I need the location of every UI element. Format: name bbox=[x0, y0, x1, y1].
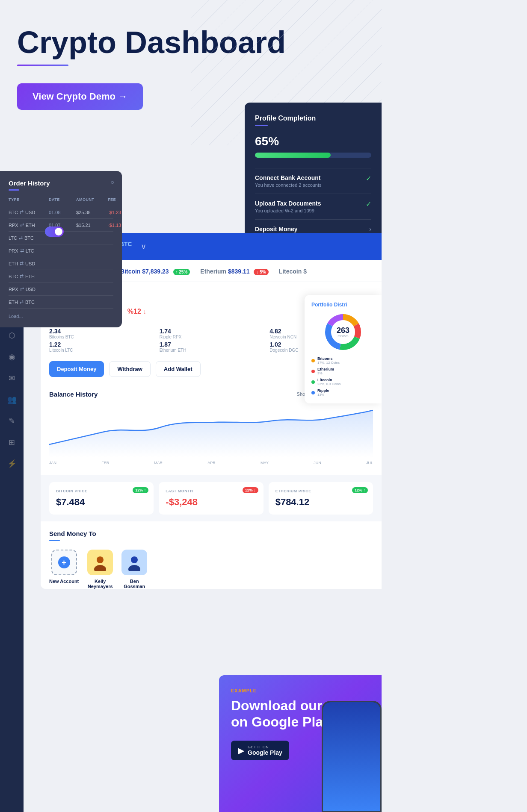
holding-eth: 1.87 Etherium ETH bbox=[160, 341, 263, 353]
profile-item-tax-title: Upload Tax Documents bbox=[255, 200, 321, 207]
order-fee-2: -$1.13 bbox=[108, 223, 131, 228]
legend-etherium: Etherium 3% bbox=[311, 367, 375, 375]
lastmonth-value: -$3,248 bbox=[166, 497, 256, 508]
donut-label: COINS bbox=[337, 334, 349, 338]
pair-prx-ltc: PRX ⇄ LTC bbox=[9, 248, 47, 253]
bitcoin-legend-label: Bitcoins bbox=[317, 356, 340, 361]
load-more[interactable]: Load... bbox=[9, 314, 113, 319]
pair-rpx-usd: RPX ⇄ USD bbox=[9, 286, 47, 292]
order-fee: -$1.23 bbox=[108, 210, 131, 215]
get-it-on-label: GET IT ON bbox=[248, 745, 282, 749]
svg-point-1 bbox=[94, 565, 106, 571]
donut-center: 263 COINS bbox=[337, 327, 349, 338]
col-type: TYPE bbox=[9, 197, 47, 202]
bitcoin-dot bbox=[311, 359, 315, 362]
portfolio-toggle[interactable] bbox=[45, 227, 64, 237]
check-icon-2: ✓ bbox=[366, 200, 371, 208]
chart-labels: JAN FEB MAR APR MAY JUN JUL bbox=[49, 461, 373, 465]
profile-item-tax-sub: You uploaded W-2 and 1099 bbox=[255, 208, 321, 213]
table-row: BTC ⇄ USD 01.08 $25.38 -$1.23 bbox=[9, 206, 113, 219]
toggle-switch-container[interactable] bbox=[45, 227, 64, 237]
portfolio-distribution-card: Portfolio Distri 263 COINS Bitcoins bbox=[305, 295, 382, 403]
sidebar-icon-edit[interactable]: ✎ bbox=[9, 416, 15, 426]
bitcoin-price-badge: 12% ↑ bbox=[133, 487, 148, 493]
holding-rpx: 1.74 Ripple RPX bbox=[160, 328, 263, 339]
send-money-accent bbox=[49, 540, 60, 541]
profile-item-tax[interactable]: Upload Tax Documents You uploaded W-2 an… bbox=[255, 194, 371, 219]
view-demo-button[interactable]: View Crypto Demo → bbox=[17, 83, 143, 110]
order-history-accent bbox=[9, 189, 19, 191]
close-icon[interactable]: ○ bbox=[111, 179, 114, 185]
pair-eth-btc: ETH ⇄ BTC bbox=[9, 299, 47, 305]
sidebar-icon-bolt[interactable]: ⚡ bbox=[7, 459, 17, 468]
example-label: EXAMPLE bbox=[231, 688, 370, 693]
table-row: BTC ⇄ ETH bbox=[9, 270, 113, 283]
contact-kelly[interactable]: KellyNeymayers bbox=[87, 550, 113, 589]
contact-ben[interactable]: BenGossman bbox=[121, 550, 147, 589]
arrow-right-icon: › bbox=[369, 226, 371, 232]
google-play-button[interactable]: ▶ GET IT ON Google Play bbox=[231, 741, 289, 760]
order-history-card: Order History ○ TYPE DATE AMOUNT FEE BTC… bbox=[0, 171, 122, 327]
litecoin-dot bbox=[311, 380, 315, 384]
portfolio-balance-change: %12 ↓ bbox=[127, 308, 146, 315]
ripple-legend-label: Ripple bbox=[317, 388, 329, 393]
order-table-header: TYPE DATE AMOUNT FEE bbox=[9, 197, 113, 202]
profile-item-bank-title: Connect Bank Account bbox=[255, 174, 322, 181]
new-account-avatar: + bbox=[51, 550, 77, 575]
profile-item-bank[interactable]: Connect Bank Account You have connected … bbox=[255, 168, 371, 194]
phone-screen bbox=[323, 702, 380, 811]
table-row: ETH ⇄ USD bbox=[9, 257, 113, 270]
balance-chart bbox=[49, 406, 373, 457]
etherium-badge: ↓ 5% bbox=[254, 269, 268, 275]
etherium-legend-sub: 3% bbox=[317, 371, 334, 375]
pair-btc-eth: BTC ⇄ ETH bbox=[9, 274, 47, 279]
deposit-button[interactable]: Deposit Money bbox=[49, 361, 104, 377]
pair-rpx-eth: RPX ⇄ ETH bbox=[9, 222, 47, 228]
sidebar: ⊞ ≡ ◈ ⬡ ◉ ✉ 👥 ✎ ⊞ ⚡ bbox=[0, 259, 24, 812]
withdraw-button[interactable]: Withdraw bbox=[109, 361, 150, 377]
hero-underline bbox=[17, 65, 68, 66]
toggle-knob bbox=[55, 228, 62, 235]
price-card-bitcoin: 12% ↑ BITCOIN PRICE $7.484 bbox=[49, 482, 154, 515]
etherium-legend-label: Etherium bbox=[317, 367, 334, 371]
legend-litecoin: Litecoin 22%, 0.3 Coins bbox=[311, 378, 375, 386]
sidebar-icon-hex[interactable]: ⬡ bbox=[9, 331, 15, 340]
google-play-icon: ▶ bbox=[238, 745, 244, 756]
table-row: RPX ⇄ USD bbox=[9, 283, 113, 296]
hero-title: Crypto Dashboard bbox=[17, 26, 364, 59]
pair-btc-usd: BTC ⇄ USD bbox=[9, 209, 47, 215]
tab-litecoin[interactable]: Litecoin $ bbox=[279, 268, 307, 281]
legend-bitcoin: Bitcoins 17%, 12 Coins bbox=[311, 356, 375, 365]
lastmonth-badge: 12% ↓ bbox=[243, 487, 258, 493]
sidebar-icon-apps[interactable]: ⊞ bbox=[9, 438, 15, 447]
tab-etherium[interactable]: Etherium $839.11 ↓ 5% bbox=[200, 268, 268, 281]
litecoin-legend-sub: 22%, 0.3 Coins bbox=[317, 382, 340, 386]
holding-btc: 2.34 Bitcoins BTC bbox=[49, 328, 153, 339]
add-icon: + bbox=[58, 556, 70, 568]
contact-new-account[interactable]: + New Account bbox=[49, 550, 79, 589]
profile-accent-bar bbox=[255, 125, 268, 126]
order-amount: $25.38 bbox=[76, 210, 106, 215]
price-card-lastmonth: 12% ↓ LAST MONTH -$3,248 bbox=[159, 482, 263, 515]
profile-card-title: Profile Completion bbox=[255, 115, 371, 122]
etherium-price-badge: 12% ↑ bbox=[352, 487, 368, 493]
add-wallet-button[interactable]: Add Wallet bbox=[156, 361, 201, 377]
kelly-name: KellyNeymayers bbox=[88, 579, 113, 589]
etherium-price-value: $784.12 bbox=[275, 497, 366, 508]
progress-bar-bg bbox=[255, 153, 371, 158]
sidebar-icon-mail[interactable]: ✉ bbox=[9, 374, 15, 383]
price-cards-section: 12% ↑ BITCOIN PRICE $7.484 12% ↓ LAST MO… bbox=[41, 475, 382, 521]
tab-bitcoin[interactable]: Bitcoin $7,839.23 ↑ 25% bbox=[120, 268, 190, 281]
progress-bar-fill bbox=[255, 153, 331, 158]
sidebar-icon-users[interactable]: 👥 bbox=[7, 395, 17, 404]
profile-item-deposit-title: Deposit Money bbox=[255, 226, 321, 232]
legend-ripple: Ripple 13% bbox=[311, 388, 375, 397]
app-download-banner: EXAMPLE Download our app on Google Play … bbox=[219, 675, 382, 812]
chevron-down-icon[interactable]: ∨ bbox=[141, 242, 146, 251]
svg-point-2 bbox=[131, 556, 138, 563]
profile-percent: 65% bbox=[255, 135, 371, 148]
ben-name: BenGossman bbox=[124, 579, 145, 589]
distri-title: Portfolio Distri bbox=[311, 302, 375, 308]
check-icon: ✓ bbox=[366, 174, 371, 182]
sidebar-icon-target[interactable]: ◉ bbox=[9, 352, 15, 362]
